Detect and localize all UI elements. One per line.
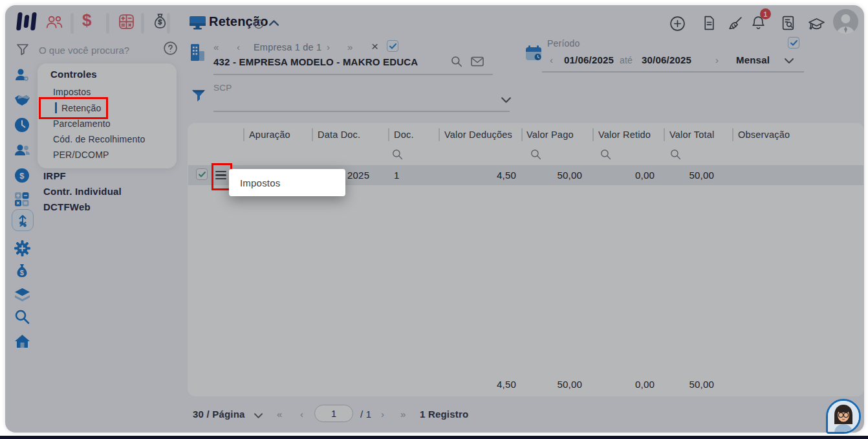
annotation-box-retencao — [39, 97, 108, 119]
context-menu-item-impostos[interactable]: Impostos — [240, 177, 280, 188]
assistant-avatar[interactable] — [826, 399, 861, 434]
dim-overlay — [5, 5, 864, 433]
context-menu: Impostos — [229, 169, 345, 196]
app-window: $ — [5, 5, 864, 433]
taskbar-strip — [0, 436, 868, 439]
